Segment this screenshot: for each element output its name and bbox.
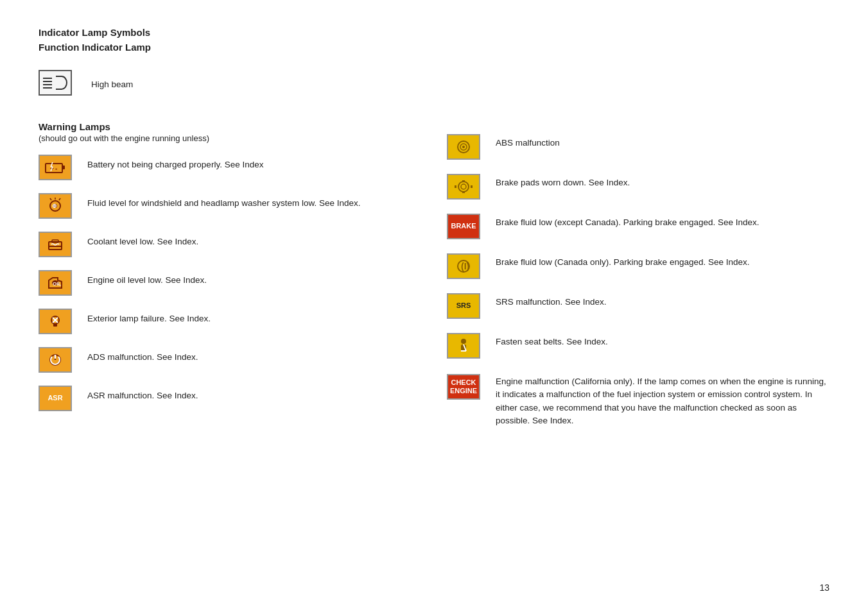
svg-text:OIL: OIL — [53, 281, 61, 287]
list-item: ADS malfunction. See Index. — [39, 347, 421, 373]
battery-text: Battery not being charged properly. See … — [87, 155, 263, 171]
svg-rect-30 — [462, 180, 465, 182]
svg-rect-33 — [471, 185, 473, 188]
warning-title: Warning Lamps — [39, 121, 421, 132]
brakefluid2-text: Brake fluid low (Canada only). Parking b… — [496, 253, 750, 269]
ads-text: ADS malfunction. See Index. — [87, 347, 198, 364]
asr-badge: ASR — [48, 394, 62, 402]
list-item: SRS SRS malfunction. See Index. — [447, 293, 829, 319]
battery-symbol: + - — [39, 155, 72, 180]
checkengine-badge: CHECK ENGINE — [450, 378, 477, 395]
svg-point-36 — [461, 339, 466, 344]
highbeam-icon — [43, 76, 67, 90]
washer-symbol: ⊕ — [39, 193, 72, 219]
oil-icon: OIL — [44, 274, 67, 292]
hb-d-icon — [56, 76, 67, 90]
highbeam-symbol — [39, 70, 72, 96]
hb-lines-icon — [43, 78, 52, 89]
coolant-text: Coolant level low. See Index. — [87, 232, 198, 248]
checkengine-text: Engine malfunction (California only). If… — [496, 373, 829, 427]
srs-text: SRS malfunction. See Index. — [496, 293, 607, 309]
page-number: 13 — [819, 582, 829, 593]
highbeam-label: High beam — [91, 74, 133, 91]
brakepads-symbol — [447, 174, 480, 200]
coolant-symbol — [39, 232, 72, 257]
list-item: Coolant level low. See Index. — [39, 232, 421, 257]
svg-point-28 — [458, 182, 469, 192]
brakefluid1-badge: BRAKE — [451, 222, 476, 230]
main-layout: Warning Lamps (should go out with the en… — [39, 121, 829, 441]
svg-rect-19 — [53, 324, 57, 327]
extlamp-symbol — [39, 309, 72, 334]
brakefluid1-symbol: BRAKE — [447, 214, 480, 239]
svg-point-27 — [462, 146, 465, 148]
list-item: Brake pads worn down. See Index. — [447, 174, 829, 200]
coolant-icon — [44, 235, 67, 253]
srs-badge: SRS — [456, 302, 471, 310]
list-item: BRAKE Brake fluid low (except Canada). P… — [447, 214, 829, 239]
list-item: OIL Engine oil level low. See Index. — [39, 270, 421, 296]
list-item: CHECK ENGINE Engine malfunction (Califor… — [447, 373, 829, 427]
srs-symbol: SRS — [447, 293, 480, 319]
left-column: Warning Lamps (should go out with the en… — [39, 121, 421, 441]
brakepads-icon — [452, 178, 475, 196]
brakefluid2-symbol: (I) — [447, 253, 480, 279]
list-item: ⊕ Fluid level for windshield and headlam… — [39, 193, 421, 219]
washer-text: Fluid level for windshield and headlamp … — [87, 193, 360, 210]
asr-text: ASR malfunction. See Index. — [87, 386, 198, 402]
list-item: Fasten seat belts. See Index. — [447, 333, 829, 359]
list-item: ASR ASR malfunction. See Index. — [39, 386, 421, 411]
list-item: (I) Brake fluid low (Canada only). Parki… — [447, 253, 829, 279]
right-column: ABS malfunction Brake pads — [447, 121, 829, 441]
svg-rect-32 — [455, 185, 456, 188]
brakepads-text: Brake pads worn down. See Index. — [496, 174, 630, 189]
seatbelt-symbol — [447, 333, 480, 359]
abs-icon — [452, 138, 475, 156]
svg-line-11 — [59, 198, 60, 200]
extlamp-text: Exterior lamp failure. See Index. — [87, 309, 211, 325]
washer-icon: ⊕ — [44, 197, 67, 215]
svg-rect-0 — [46, 164, 62, 173]
battery-icon: + - — [44, 158, 67, 176]
svg-line-9 — [50, 198, 51, 200]
list-item: + - Battery not being charged properly. … — [39, 155, 421, 180]
list-item: Exterior lamp failure. See Index. — [39, 309, 421, 334]
svg-point-29 — [461, 184, 466, 189]
seatbelt-icon — [452, 337, 475, 355]
brakefluid1-text: Brake fluid low (except Canada). Parking… — [496, 214, 759, 229]
abs-symbol — [447, 134, 480, 160]
ads-symbol — [39, 347, 72, 373]
svg-text:(I): (I) — [461, 261, 469, 271]
svg-text:⊕: ⊕ — [52, 203, 57, 209]
oil-text: Engine oil level low. See Index. — [87, 270, 207, 287]
list-item: ABS malfunction — [447, 134, 829, 160]
warning-subtitle: (should go out with the engine running u… — [39, 133, 421, 143]
brakefluid2-icon: (I) — [452, 257, 475, 275]
svg-text:-: - — [55, 165, 57, 172]
seatbelt-text: Fasten seat belts. See Index. — [496, 333, 608, 348]
page-title: Indicator Lamp Symbols Function Indicato… — [39, 26, 829, 55]
extlamp-icon — [44, 312, 67, 330]
highbeam-section: High beam — [39, 70, 829, 96]
oil-symbol: OIL — [39, 270, 72, 296]
ads-icon — [44, 351, 67, 369]
svg-rect-31 — [462, 191, 465, 193]
svg-rect-1 — [62, 166, 65, 169]
asr-symbol: ASR — [39, 386, 72, 411]
checkengine-symbol: CHECK ENGINE — [447, 374, 480, 400]
abs-text: ABS malfunction — [496, 134, 560, 149]
page-container: Indicator Lamp Symbols Function Indicato… — [0, 0, 868, 480]
